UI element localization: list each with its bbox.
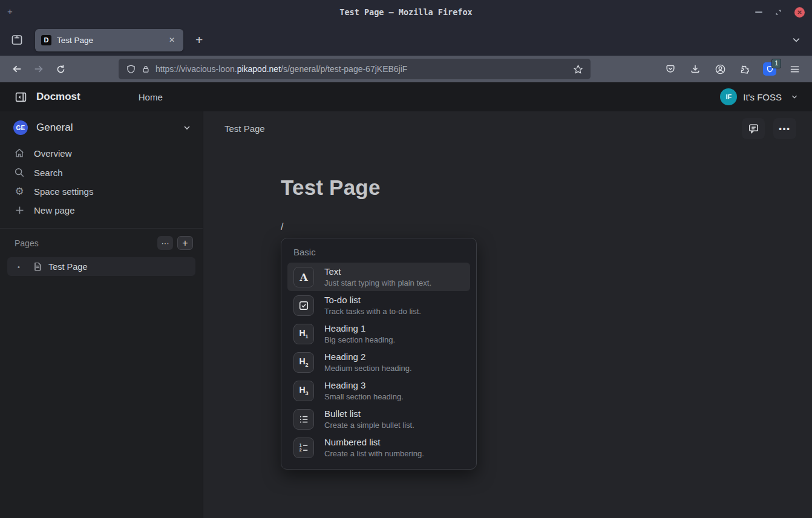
svg-text:1: 1 <box>300 443 302 447</box>
svg-text:2: 2 <box>300 448 302 452</box>
comments-button[interactable] <box>742 118 765 139</box>
sidebar-item-label: Space settings <box>34 186 93 197</box>
todo-icon <box>293 295 314 316</box>
plus-icon <box>13 205 25 215</box>
brand-logo[interactable]: Docmost <box>36 91 80 103</box>
content-area: Test Page ••• Test Page / Basic A Text J… <box>203 111 812 518</box>
chevron-down-icon[interactable] <box>790 93 799 101</box>
breadcrumb[interactable]: Test Page <box>224 123 265 134</box>
page-tree-item[interactable]: • Test Page <box>7 257 195 276</box>
nav-home-link[interactable]: Home <box>139 92 163 102</box>
tab-close-icon[interactable]: ✕ <box>166 34 177 45</box>
page-bullet-icon: • <box>12 263 25 270</box>
search-icon <box>13 167 25 178</box>
close-button[interactable]: ✕ <box>794 7 805 18</box>
sidebar-item-overview[interactable]: Overview <box>6 143 197 163</box>
window-title: Test Page — Mozilla Firefox <box>339 7 472 17</box>
h3-icon: H3 <box>293 381 314 401</box>
account-icon[interactable] <box>710 59 730 79</box>
tab-strip: D Test Page ✕ + <box>0 24 812 56</box>
sidebar-item-new-page[interactable]: New page <box>6 201 197 220</box>
tracking-shield-icon[interactable] <box>126 64 136 74</box>
bookmark-star-icon[interactable] <box>573 64 583 74</box>
menu-item-text[interactable]: A Text Just start typing with plain text… <box>287 263 470 291</box>
menu-item-heading-3[interactable]: H3 Heading 3 Small section heading. <box>287 376 470 405</box>
app-header: Docmost Home IF It's FOSS <box>0 82 812 111</box>
sidebar-item-label: Search <box>34 168 63 178</box>
window-titlebar: + Test Page — Mozilla Firefox ✕ <box>0 0 812 24</box>
chevron-down-icon[interactable] <box>182 123 192 133</box>
workspace-menu[interactable]: IF It's FOSS <box>720 88 799 105</box>
page-editor[interactable]: Test Page / Basic A Text Just start typi… <box>203 145 812 470</box>
sidebar: GE General Overview Search ⚙ Space s <box>0 111 203 518</box>
menu-item-heading-1[interactable]: H1 Heading 1 Big section heading. <box>287 320 470 348</box>
menu-item-numbered-list[interactable]: 12 Numbered list Create a list with numb… <box>287 433 470 462</box>
reload-icon[interactable] <box>50 59 71 79</box>
h1-icon: H1 <box>293 324 314 344</box>
bullet-list-icon <box>293 409 314 430</box>
minimize-button[interactable] <box>755 11 762 13</box>
pocket-icon[interactable] <box>660 59 681 79</box>
text-icon: A <box>293 267 314 287</box>
list-all-tabs-icon[interactable] <box>791 35 801 45</box>
menu-item-todo-list[interactable]: To-do list Track tasks with a to-do list… <box>287 291 470 320</box>
bitwarden-icon[interactable]: 1 <box>759 59 780 79</box>
lock-icon[interactable] <box>142 65 150 74</box>
sidebar-toggle-icon[interactable] <box>13 90 28 104</box>
menu-item-bullet-list[interactable]: Bullet list Create a simple bullet list. <box>287 405 470 433</box>
space-name: General <box>36 122 174 134</box>
pages-add-button[interactable]: + <box>177 236 193 250</box>
back-icon[interactable] <box>6 59 28 79</box>
sidebar-item-label: Overview <box>34 148 72 159</box>
menu-hamburger-icon[interactable] <box>784 59 805 79</box>
url-bar[interactable]: https://vivacious-loon.pikapod.net/s/gen… <box>119 59 591 79</box>
new-tab-button[interactable]: + <box>192 33 206 47</box>
page-title: Test Page <box>48 262 88 272</box>
editor-typed-text[interactable]: / <box>281 221 812 234</box>
menu-section-label: Basic <box>287 246 470 263</box>
url-text: https://vivacious-loon.pikapod.net/s/gen… <box>156 64 568 74</box>
gear-icon: ⚙ <box>13 186 25 197</box>
nav-toolbar: https://vivacious-loon.pikapod.net/s/gen… <box>0 56 812 82</box>
maximize-button[interactable] <box>774 8 782 16</box>
space-switcher[interactable]: GE General <box>0 111 203 141</box>
extensions-icon[interactable] <box>735 59 755 79</box>
workspace-name: It's FOSS <box>743 92 782 102</box>
titlebar-plus-icon[interactable]: + <box>7 6 13 16</box>
forward-icon[interactable] <box>28 59 50 79</box>
page-title-heading[interactable]: Test Page <box>281 175 812 200</box>
page-file-icon <box>33 261 42 272</box>
tab-favicon: D <box>41 35 51 45</box>
workspace-avatar[interactable]: IF <box>720 88 737 105</box>
home-icon <box>13 148 25 159</box>
h2-icon: H2 <box>293 352 314 373</box>
pages-label: Pages <box>15 238 153 248</box>
menu-item-heading-2[interactable]: H2 Heading 2 Medium section heading. <box>287 348 470 376</box>
bitwarden-badge: 1 <box>771 59 781 68</box>
downloads-icon[interactable] <box>685 59 706 79</box>
pages-more-button[interactable]: ··· <box>157 236 173 250</box>
browser-tab[interactable]: D Test Page ✕ <box>35 29 183 51</box>
pages-section: Pages ··· + • Test Page <box>0 228 203 518</box>
space-badge: GE <box>13 120 28 135</box>
page-options-button[interactable]: ••• <box>773 118 796 139</box>
tab-title: Test Page <box>57 36 161 45</box>
sidebar-item-label: New page <box>34 205 75 215</box>
slash-command-menu: Basic A Text Just start typing with plai… <box>281 238 477 470</box>
sidebar-item-search[interactable]: Search <box>6 163 197 182</box>
numbered-list-icon: 12 <box>293 438 314 458</box>
vertical-tabs-icon[interactable] <box>6 29 28 51</box>
sidebar-item-space-settings[interactable]: ⚙ Space settings <box>6 182 197 201</box>
